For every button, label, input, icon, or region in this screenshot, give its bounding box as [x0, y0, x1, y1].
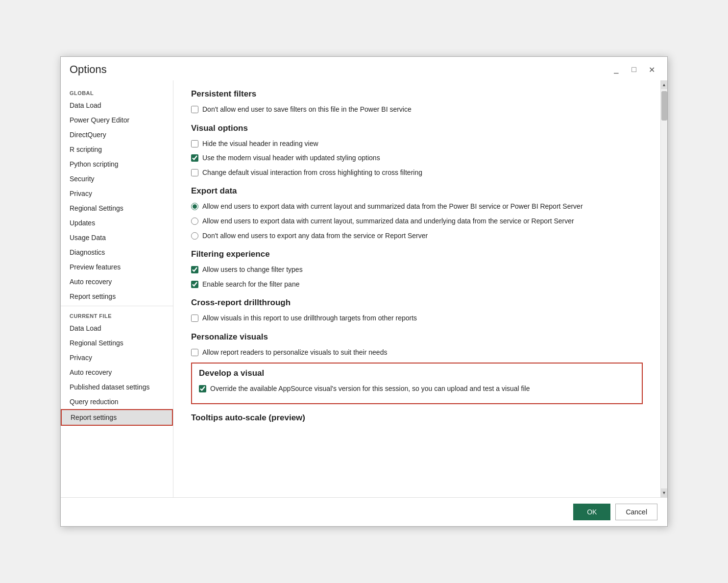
dialog-footer: OK Cancel [61, 497, 667, 526]
sidebar-item-query-reduction[interactable]: Query reduction [61, 394, 173, 409]
persistent-filters-option-1: Don't allow end user to save filters on … [191, 105, 643, 115]
scroll-up-arrow[interactable]: ▲ [661, 80, 668, 89]
close-button[interactable]: ✕ [645, 63, 658, 76]
drillthrough-checkbox[interactable] [191, 315, 198, 322]
sidebar-item-report-settings-global[interactable]: Report settings [61, 289, 173, 304]
scrollbar-thumb[interactable] [661, 91, 667, 121]
cross-report-option-1: Allow visuals in this report to use dril… [191, 314, 643, 323]
window-controls: ⎯ □ ✕ [609, 63, 658, 76]
sidebar-item-auto-recovery-file[interactable]: Auto recovery [61, 365, 173, 380]
title-bar: Options ⎯ □ ✕ [61, 57, 667, 80]
scrollbar: ▲ ▼ [660, 80, 667, 497]
visual-option-1: Hide the visual header in reading view [191, 139, 643, 149]
export-radio-3[interactable] [191, 232, 198, 240]
personalize-option-1: Allow report readers to personalize visu… [191, 348, 643, 358]
sidebar-item-python-scripting[interactable]: Python scripting [61, 157, 173, 171]
cancel-button[interactable]: Cancel [615, 504, 657, 520]
develop-visual-box: Develop a visual Override the available … [191, 363, 643, 405]
sidebar-item-usage-data[interactable]: Usage Data [61, 230, 173, 245]
cross-filter-label: Change default visual interaction from c… [202, 168, 422, 178]
dialog-body: GLOBAL Data Load Power Query Editor Dire… [61, 80, 667, 497]
filter-option-2: Enable search for the filter pane [191, 280, 643, 290]
persistent-filters-checkbox[interactable] [191, 106, 198, 113]
export-label-1: Allow end users to export data with curr… [202, 202, 583, 212]
cross-report-title: Cross-report drillthrough [191, 298, 643, 308]
sidebar-item-report-settings-file[interactable]: Report settings [61, 409, 173, 426]
visual-option-3: Change default visual interaction from c… [191, 168, 643, 178]
develop-visual-title: Develop a visual [199, 368, 635, 378]
sidebar-item-directquery[interactable]: DirectQuery [61, 127, 173, 142]
ok-button[interactable]: OK [573, 504, 610, 520]
cross-filter-checkbox[interactable] [191, 169, 198, 176]
export-option-1: Allow end users to export data with curr… [191, 202, 643, 212]
sidebar-item-auto-recovery-global[interactable]: Auto recovery [61, 274, 173, 289]
export-radio-2[interactable] [191, 218, 198, 225]
main-content: Persistent filters Don't allow end user … [173, 80, 660, 497]
options-dialog: Options ⎯ □ ✕ GLOBAL Data Load Power Que… [60, 56, 668, 527]
global-section-label: GLOBAL [61, 85, 173, 98]
filtering-experience-title: Filtering experience [191, 249, 643, 259]
filter-types-checkbox[interactable] [191, 266, 198, 273]
sidebar-item-regional-settings-global[interactable]: Regional Settings [61, 201, 173, 216]
minimize-button[interactable]: ⎯ [609, 63, 623, 76]
develop-visual-checkbox[interactable] [199, 385, 206, 392]
dialog-title: Options [70, 63, 107, 76]
sidebar-item-regional-settings-file[interactable]: Regional Settings [61, 336, 173, 350]
sidebar-item-data-load-file[interactable]: Data Load [61, 321, 173, 336]
visual-header-checkbox[interactable] [191, 140, 198, 147]
filter-search-label: Enable search for the filter pane [202, 280, 299, 290]
maximize-button[interactable]: □ [627, 63, 641, 76]
export-option-2: Allow end users to export data with curr… [191, 217, 643, 226]
sidebar-item-r-scripting[interactable]: R scripting [61, 142, 173, 157]
sidebar-item-data-load-global[interactable]: Data Load [61, 98, 173, 113]
sidebar-item-power-query-editor[interactable]: Power Query Editor [61, 113, 173, 127]
drillthrough-label: Allow visuals in this report to use dril… [202, 314, 417, 323]
filter-types-label: Allow users to change filter types [202, 265, 303, 275]
modern-visual-header-checkbox[interactable] [191, 154, 198, 162]
persistent-filters-title: Persistent filters [191, 89, 643, 99]
modern-visual-header-label: Use the modern visual header with update… [202, 153, 380, 163]
filter-search-checkbox[interactable] [191, 281, 198, 288]
current-file-section-label: CURRENT FILE [61, 308, 173, 321]
develop-visual-label: Override the available AppSource visual'… [210, 384, 530, 394]
sidebar-item-privacy-global[interactable]: Privacy [61, 186, 173, 201]
export-label-2: Allow end users to export data with curr… [202, 217, 574, 226]
export-option-3: Don't allow end users to export any data… [191, 231, 643, 241]
export-label-3: Don't allow end users to export any data… [202, 231, 428, 241]
visual-option-2: Use the modern visual header with update… [191, 153, 643, 163]
visual-options-title: Visual options [191, 123, 643, 133]
export-radio-1[interactable] [191, 203, 198, 210]
personalize-checkbox[interactable] [191, 349, 198, 356]
tooltips-title: Tooltips auto-scale (preview) [191, 413, 643, 423]
visual-header-label: Hide the visual header in reading view [202, 139, 318, 149]
sidebar-item-security[interactable]: Security [61, 171, 173, 186]
sidebar-item-preview-features[interactable]: Preview features [61, 260, 173, 274]
scroll-down-arrow[interactable]: ▼ [661, 488, 668, 497]
filter-option-1: Allow users to change filter types [191, 265, 643, 275]
develop-visual-option-1: Override the available AppSource visual'… [199, 384, 635, 394]
sidebar-item-updates[interactable]: Updates [61, 216, 173, 230]
sidebar-item-diagnostics[interactable]: Diagnostics [61, 245, 173, 260]
sidebar-item-privacy-file[interactable]: Privacy [61, 350, 173, 365]
persistent-filters-label: Don't allow end user to save filters on … [202, 105, 412, 115]
export-data-title: Export data [191, 186, 643, 196]
sidebar: GLOBAL Data Load Power Query Editor Dire… [61, 80, 173, 497]
personalize-label: Allow report readers to personalize visu… [202, 348, 387, 358]
sidebar-item-published-dataset[interactable]: Published dataset settings [61, 380, 173, 394]
personalize-visuals-title: Personalize visuals [191, 332, 643, 342]
